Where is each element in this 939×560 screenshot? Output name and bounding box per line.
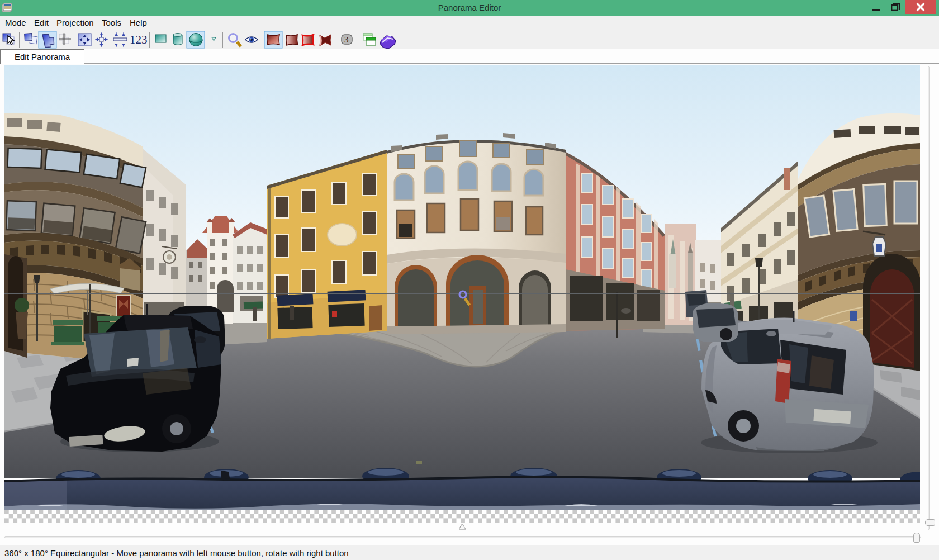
svg-text:3: 3 (344, 35, 349, 44)
svg-text:123: 123 (130, 33, 148, 46)
svg-text:?: ? (388, 34, 391, 40)
